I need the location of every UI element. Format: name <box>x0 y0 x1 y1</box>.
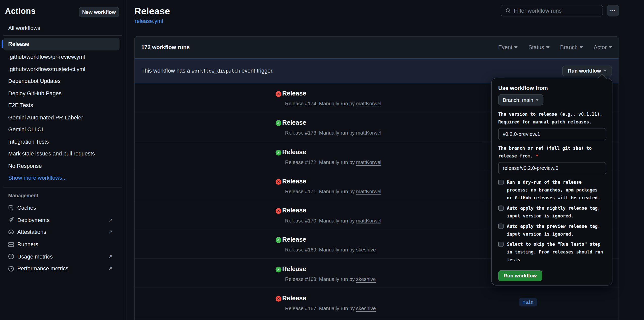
checkbox-label[interactable]: Select to skip the "Run Tests" step in t… <box>507 240 604 264</box>
run-title-link[interactable]: Release <box>282 119 306 126</box>
checkbox-label[interactable]: Run a dry-run of the release process; no… <box>507 178 604 202</box>
cache-icon <box>8 205 14 211</box>
nightly-tag-checkbox[interactable] <box>498 206 503 211</box>
sidebar-item-workflow[interactable]: .github/workflows/trusted-ci.yml <box>0 63 122 75</box>
sidebar-item-workflow[interactable]: Mark stale issues and pull requests <box>0 148 122 160</box>
required-asterisk: * <box>536 153 538 159</box>
sidebar-item-label: Deployments <box>17 217 49 223</box>
status-success-icon <box>276 267 282 272</box>
sidebar-item-workflow[interactable]: .github/workflows/pr-review.yml <box>0 51 122 63</box>
filter-workflow-runs-field[interactable] <box>501 5 603 17</box>
run-title-link[interactable]: Release <box>282 148 306 156</box>
skip-tests-checkbox[interactable] <box>498 242 503 247</box>
actor-link[interactable]: skeshive <box>356 306 376 311</box>
workflow-run-row[interactable]: Release Release #167: Manually run by sk… <box>135 288 619 317</box>
external-link-icon: ↗ <box>108 217 113 223</box>
status-failure-icon <box>276 91 282 97</box>
dry-run-checkbox-group: Run a dry-run of the release process; no… <box>498 178 605 202</box>
actor-link[interactable]: mattKorwel <box>356 159 381 165</box>
filter-branch-dropdown[interactable]: Branch <box>560 44 583 50</box>
actor-link[interactable]: mattKorwel <box>356 189 381 195</box>
sidebar-item-release-selected[interactable]: Release <box>3 38 120 50</box>
actor-link[interactable]: mattKorwel <box>356 218 381 224</box>
sidebar-item-workflow[interactable]: Dependabot Updates <box>0 75 122 87</box>
external-link-icon: ↗ <box>108 253 113 260</box>
gauge-icon <box>8 265 14 272</box>
version-input[interactable] <box>498 128 606 140</box>
workflow-run-row-partial <box>135 317 619 320</box>
sidebar-item-caches[interactable]: Caches <box>0 202 122 214</box>
actor-link[interactable]: skeshive <box>356 247 376 253</box>
sidebar-item-usage-metrics[interactable]: Usage metrics ↗ <box>0 250 122 263</box>
gauge-icon <box>8 253 14 260</box>
checkbox-label[interactable]: Auto apply the nightly release tag, inpu… <box>507 204 604 220</box>
run-workflow-popover: Use workflow from Branch: main The versi… <box>491 78 612 285</box>
sidebar-item-label: Performance metrics <box>17 266 68 272</box>
workflow-list: .github/workflows/pr-review.yml .github/… <box>0 51 122 184</box>
show-more-workflows-link[interactable]: Show more workflows... <box>0 172 122 184</box>
server-icon <box>8 241 14 248</box>
sidebar-item-label: Runners <box>17 241 38 247</box>
actor-link[interactable]: mattKorwel <box>356 101 381 107</box>
run-workflow-dropdown-button[interactable]: Run workflow <box>563 66 612 76</box>
new-workflow-button[interactable]: New workflow <box>79 7 119 17</box>
workflow-file-link[interactable]: release.yml <box>135 18 163 24</box>
status-failure-icon <box>276 208 282 214</box>
search-input[interactable] <box>514 8 598 14</box>
sidebar-item-runners[interactable]: Runners <box>0 238 122 250</box>
sidebar-item-deployments[interactable]: Deployments ↗ <box>0 214 122 226</box>
branch-badge[interactable]: main <box>519 298 537 307</box>
sidebar-item-workflow[interactable]: Deploy GitHub Pages <box>0 87 122 99</box>
sidebar-item-workflow[interactable]: Integration Tests <box>0 136 122 148</box>
chevron-down-icon <box>603 70 607 72</box>
verified-icon <box>8 229 14 236</box>
runs-panel-header: 172 workflow runs Event Status Branch Ac… <box>135 37 619 58</box>
run-workflow-submit-button[interactable]: Run workflow <box>498 270 542 281</box>
chevron-down-icon <box>609 46 612 48</box>
run-title-link[interactable]: Release <box>282 236 306 243</box>
search-icon <box>505 8 511 14</box>
sidebar-divider <box>3 35 122 36</box>
run-description: Release #170: Manually run by mattKorwel <box>285 218 381 224</box>
filter-status-dropdown[interactable]: Status <box>528 44 550 50</box>
banner-text: This workflow has aworkflow_dispatcheven… <box>141 68 274 74</box>
status-success-icon <box>276 237 282 243</box>
sidebar-item-all-workflows[interactable]: All workflows <box>3 22 120 34</box>
run-title-link[interactable]: Release <box>282 295 306 302</box>
run-title-link[interactable]: Release <box>282 90 306 97</box>
sidebar-title: Actions <box>5 7 36 16</box>
sidebar-item-label: Usage metrics <box>17 253 52 260</box>
run-title-link[interactable]: Release <box>282 207 306 214</box>
actor-link[interactable]: skeshive <box>356 276 376 282</box>
sidebar-item-label: Attestations <box>17 229 46 235</box>
filter-actor-dropdown[interactable]: Actor <box>594 44 612 50</box>
run-description: Release #171: Manually run by mattKorwel <box>285 189 381 195</box>
actions-sidebar: Actions New workflow All workflows Relea… <box>0 0 125 320</box>
chevron-down-icon <box>546 46 549 48</box>
chevron-down-icon <box>580 46 583 48</box>
ref-input[interactable] <box>498 162 606 174</box>
preview-tag-checkbox[interactable] <box>498 223 503 229</box>
workflow-options-kebab-button[interactable]: ⋯ <box>607 5 619 17</box>
actor-link[interactable]: mattKorwel <box>356 130 381 136</box>
sidebar-item-workflow[interactable]: No Response <box>0 160 122 172</box>
run-description: Release #174: Manually run by mattKorwel <box>285 101 381 107</box>
sidebar-item-performance-metrics[interactable]: Performance metrics ↗ <box>0 263 122 275</box>
run-title-link[interactable]: Release <box>282 265 306 273</box>
checkbox-label[interactable]: Auto apply the preview release tag, inpu… <box>507 222 604 238</box>
status-failure-icon <box>276 296 282 302</box>
branch-selector-button[interactable]: Branch: main <box>498 94 543 106</box>
status-success-icon <box>276 150 282 155</box>
sidebar-item-workflow[interactable]: Gemini Automated PR Labeler <box>0 111 122 123</box>
sidebar-item-attestations[interactable]: Attestations ↗ <box>0 226 122 238</box>
external-link-icon: ↗ <box>108 266 113 272</box>
run-title-link[interactable]: Release <box>282 178 306 185</box>
sidebar-item-workflow[interactable]: E2E Tests <box>0 99 122 111</box>
dry-run-checkbox[interactable] <box>498 180 503 185</box>
filter-event-dropdown[interactable]: Event <box>498 44 518 50</box>
chevron-down-icon <box>536 99 539 101</box>
runs-count: 172 workflow runs <box>141 44 190 50</box>
sidebar-item-workflow[interactable]: Gemini CLI CI <box>0 123 122 136</box>
run-description: Release #168: Manually run by skeshive <box>285 276 376 282</box>
run-filters: Event Status Branch Actor <box>498 44 612 50</box>
